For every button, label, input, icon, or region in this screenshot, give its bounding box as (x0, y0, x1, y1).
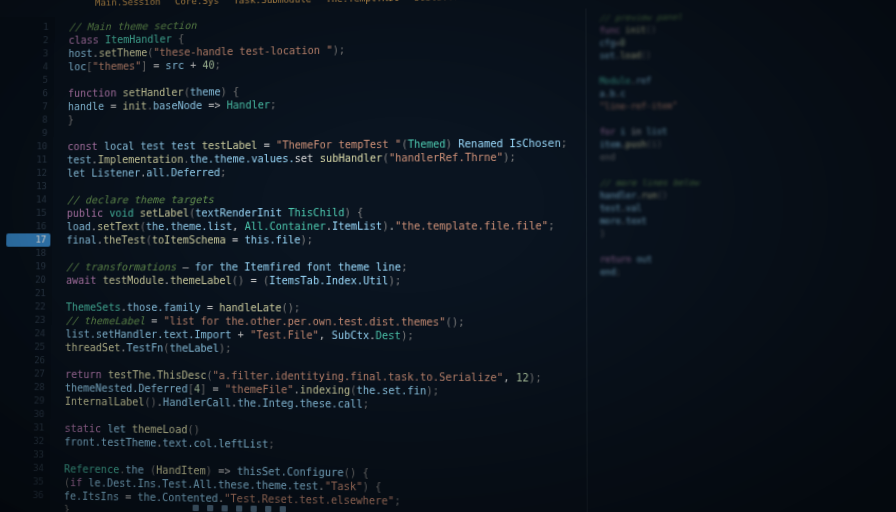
token-pun: ; (548, 220, 554, 232)
token-type: ThemeSets (66, 301, 121, 313)
line-number: 3 (12, 47, 48, 61)
token-fn: subHandler (320, 152, 383, 164)
token-id: the.set.fin (357, 384, 427, 396)
token-pun: ); (219, 343, 231, 355)
token-id: text.col.leftList (163, 437, 269, 450)
token-fn: indexing (300, 384, 350, 396)
token-id: text (626, 217, 647, 227)
token-pun: () (657, 191, 667, 201)
token-id: theme (190, 86, 221, 98)
code-editor-main[interactable]: // Main theme sectionclass ItemHandler {… (49, 8, 586, 512)
token-id: list (646, 127, 667, 137)
token-id: the.Integ.these.call (237, 397, 363, 410)
token-num: 40 (202, 59, 214, 70)
token-fn: setLabel (140, 207, 189, 219)
line-number: 29 (8, 394, 44, 408)
token-id: ItemList (332, 220, 382, 232)
code-line[interactable]: handler.run() (600, 189, 896, 203)
line-number: 32 (8, 434, 44, 448)
code-line[interactable] (600, 241, 896, 254)
token-fn: setTheme (99, 47, 148, 59)
code-editor-secondary[interactable]: // preview panelfunc init() cfg=0 set.lo… (586, 3, 896, 512)
token-type: Module (600, 76, 631, 86)
token-kw: public (67, 208, 110, 219)
line-number: 25 (9, 340, 45, 354)
token-id: more (600, 217, 621, 227)
code-line[interactable] (66, 246, 586, 260)
token-pun: ); (503, 151, 516, 163)
token-id: cfg (599, 39, 615, 49)
token-id: all.Deferred (146, 167, 220, 179)
editor-tab[interactable]: Core.Sys (175, 0, 219, 7)
token-fn: load (620, 51, 641, 61)
token-str: "the.template.file.file" (395, 220, 548, 232)
token-pun: ; (215, 59, 221, 70)
token-pun: () (144, 396, 156, 408)
token-pun: ; (363, 398, 369, 410)
code-line[interactable] (600, 305, 896, 319)
token-str: "themes" (92, 60, 141, 72)
code-line[interactable]: end; (600, 267, 896, 280)
token-id: this.file (244, 234, 300, 246)
token-id: themeNested.Deferred (65, 382, 188, 394)
token-id: src (166, 60, 184, 72)
line-number: 8 (12, 113, 48, 127)
token-pun: ); (333, 44, 346, 56)
token-fn: toItemSchema (152, 234, 226, 245)
token-id: item (600, 140, 621, 150)
line-number: 22 (9, 300, 45, 314)
token-id: end (600, 268, 616, 278)
line-number: 17 (6, 233, 50, 246)
code-line[interactable]: // transformations — for the Itemfired f… (66, 260, 586, 274)
token-fn: handleLate (219, 302, 281, 314)
code-line[interactable]: await testModule.themeLabel() = (ItemsTa… (66, 274, 586, 288)
code-line[interactable]: } (600, 228, 896, 241)
code-line[interactable]: final.theTest(toItemSchema = this.file); (66, 233, 586, 247)
line-number: 9 (11, 127, 47, 141)
token-fn: push (626, 140, 647, 150)
editor-tab[interactable]: The.Templ.Kit (326, 0, 399, 4)
token-op: = (147, 60, 165, 72)
token-pun: () (641, 51, 651, 61)
editor-tab[interactable]: Main.Session (95, 0, 161, 8)
token-id: Listener (91, 167, 140, 179)
code-line[interactable]: return out (600, 254, 896, 267)
token-fn: setHandler (123, 87, 184, 99)
token-id: thisSet.Configure (237, 465, 344, 478)
code-line[interactable] (600, 292, 896, 306)
token-str: "a.filter.identitying.final.task.to.Seri… (213, 370, 504, 384)
token-fn: testThe.ThisDesc (108, 369, 207, 381)
token-pun: ; (220, 167, 226, 178)
code-line[interactable] (600, 279, 896, 293)
token-pun: { (178, 33, 184, 44)
code-line[interactable]: // more lines below (600, 176, 896, 190)
code-line[interactable]: more.text (600, 215, 896, 229)
token-id: val (626, 204, 642, 214)
token-type: Handler (227, 99, 270, 111)
line-number: 33 (8, 448, 44, 462)
token-com: // themeLabel (66, 315, 146, 327)
token-id: c (620, 89, 625, 99)
editor-tab[interactable]: Task.Submodule (233, 0, 311, 6)
token-pun: ; (268, 438, 274, 450)
token-op: = (207, 302, 219, 314)
line-number: 13 (11, 180, 47, 193)
code-line[interactable]: test.val (600, 202, 896, 216)
token-fn: init (625, 26, 646, 36)
token-type: Dest (376, 330, 401, 342)
token-str: "Test.File" (250, 329, 319, 341)
token-pun: ; (394, 495, 400, 507)
editor-tab[interactable]: Utils.Trace (414, 0, 477, 3)
code-line[interactable]: load.setText(the.theme.list, All.Contain… (67, 219, 586, 234)
token-pun: ; (294, 302, 300, 314)
line-number: 34 (8, 461, 44, 475)
token-com: // more lines below (600, 178, 699, 188)
code-line[interactable]: public void setLabel(textRenderInit This… (67, 205, 586, 220)
token-pun: ); (301, 234, 314, 246)
token-op: , (319, 329, 332, 341)
token-str: "these-handle test-location " (153, 44, 332, 58)
code-line[interactable] (601, 459, 896, 476)
token-fn: testModule (103, 275, 164, 286)
line-number: 5 (12, 74, 48, 88)
token-fn: testLabel (202, 140, 258, 152)
